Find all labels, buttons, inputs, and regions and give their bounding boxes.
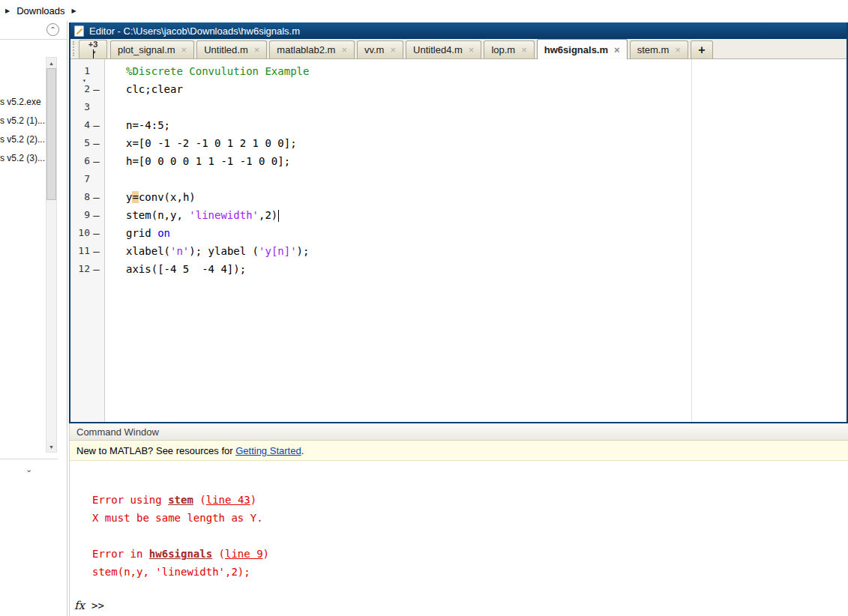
breakpoint-dash[interactable]: – [90,152,103,170]
text-segment: 'y[n]' [259,245,297,257]
tab-close-icon[interactable]: × [675,45,681,55]
text-segment: stem(n,y, [126,209,189,221]
matlab-desktop: ▶ Downloads ▶ ⌃ s v5.2.exes v5.2 (1)....… [0,0,848,616]
tab-close-icon[interactable]: × [254,45,260,55]
prompt-chevrons: >> [91,600,104,612]
tab-strip: plot_signal.m×Untitled.m×matlablab2.m×vv… [110,39,691,58]
line-number: 9 [70,206,90,224]
file-list-item[interactable]: s v5.2 (2).... [0,130,46,149]
line-number: 5 [70,134,90,152]
command-output[interactable]: Error using stem (line 43)X must be same… [70,461,848,581]
breadcrumb: ▶ Downloads ▶ [0,0,848,21]
editor-tab-plot-signal-m[interactable]: plot_signal.m× [110,40,194,58]
text-segment: 'linewidth' [189,209,259,221]
code-text[interactable]: y=conv(x,h) [103,188,196,206]
editor-tab-untitled-m[interactable]: Untitled.m× [196,40,267,58]
command-prompt[interactable]: fx >> [74,599,104,612]
command-window-panel: Command Window New to MATLAB? See resour… [69,423,848,616]
breakpoint-dash[interactable]: – [90,224,103,242]
breakpoint-dash[interactable]: – [90,188,103,206]
error-line-link[interactable]: line 43 [206,494,250,506]
editor-titlebar[interactable]: Editor - C:\Users\jacob\Downloads\hw6sig… [70,22,847,39]
tab-close-icon[interactable]: × [341,45,347,55]
code-text[interactable]: x=[0 -1 -2 -1 0 1 2 1 0 0]; [103,134,297,152]
text-cursor [278,210,279,222]
code-line: 4–n=-4:5; [70,116,847,134]
getting-started-banner: New to MATLAB? See resources for Getting… [70,441,848,461]
code-editor[interactable]: 1▾%Discrete Convulution Example2–clc;cle… [70,59,847,422]
editor-tab-lop-m[interactable]: lop.m× [484,40,534,58]
getting-started-link[interactable]: Getting Started [235,445,301,456]
toolstrip-collapse-button[interactable]: ⌃ [46,23,59,36]
editor-tab-vv-m[interactable]: vv.m× [357,40,403,58]
text-segment: conv(x,h) [139,191,196,203]
scroll-down-icon[interactable]: ▼ [46,441,56,452]
sidebar-scrollbar[interactable]: ▲ ▼ [46,57,57,453]
breakpoint-dash[interactable]: – [90,80,103,98]
error-line-link[interactable]: line 9 [225,548,263,560]
tab-close-icon[interactable]: × [521,45,527,55]
breakpoint-dash[interactable]: – [90,134,103,152]
line-number: 6 [70,152,90,170]
breadcrumb-folder-downloads[interactable]: Downloads [16,5,64,16]
text-segment: clc;clear [126,83,183,95]
new-file-tab-button[interactable]: + [691,40,713,58]
fx-function-hint-icon[interactable]: fx [74,599,85,612]
code-text[interactable] [103,98,126,116]
breakpoint-dash[interactable]: – [90,206,103,224]
fold-caret-icon[interactable]: ▾ [82,72,86,90]
tab-close-icon[interactable]: × [614,45,620,55]
hidden-tabs-button[interactable]: +3 ▾ [79,40,107,58]
text-segment: ); [297,245,310,257]
breadcrumb-arrow-icon[interactable]: ▶ [5,7,10,14]
editor-tab-hw6signals-m[interactable]: hw6signals.m× [537,39,628,59]
panel-collapse-button[interactable]: ⌄ [0,459,58,480]
breadcrumb-arrow-icon[interactable]: ▶ [71,7,76,14]
text-segment: Error using [92,494,168,506]
text-segment: ( [193,494,206,506]
code-text[interactable]: %Discrete Convulution Example [103,62,309,80]
code-line: 3 [70,98,847,116]
code-text[interactable]: n=-4:5; [103,116,170,134]
output-line: stem(n,y, 'linewidth',2); [92,563,848,581]
breakpoint-dash[interactable]: – [90,260,103,278]
command-window-titlebar[interactable]: Command Window [70,423,848,441]
code-text[interactable]: xlabel('n'); ylabel ('y[n]'); [103,242,309,260]
file-list-item[interactable]: s v5.2 (1).... [0,112,46,130]
code-line: 8–y=conv(x,h) [70,188,847,206]
editor-tab-stem-m[interactable]: stem.m× [630,40,688,58]
tabbar-grip-icon [73,41,76,56]
code-text[interactable]: axis([-4 5 -4 4]); [103,260,246,278]
code-text[interactable]: clc;clear [103,80,183,98]
file-list-item[interactable]: s v5.2.exe [0,93,46,112]
banner-text: New to MATLAB? See resources for [76,445,235,456]
code-text[interactable]: grid on [103,224,170,242]
text-segment: grid [126,227,157,239]
text-segment: h=[0 0 0 0 1 1 -1 -1 0 0]; [126,155,290,167]
scroll-up-icon[interactable]: ▲ [46,58,56,68]
error-link[interactable]: stem [168,494,193,506]
text-segment: Error in [92,548,149,560]
tab-close-icon[interactable]: × [390,45,396,55]
tab-close-icon[interactable]: × [469,45,475,55]
text-segment: n=-4:5; [126,119,170,131]
tab-close-icon[interactable]: × [181,45,187,55]
line-number: 12 [70,260,90,278]
banner-text-suffix: . [301,445,304,456]
line-number: 10 [70,224,90,242]
breakpoint-dash[interactable]: – [90,242,103,260]
editor-panel: Editor - C:\Users\jacob\Downloads\hw6sig… [69,22,848,423]
breakpoint-dash[interactable]: – [90,116,103,134]
scrollbar-thumb[interactable] [46,68,56,200]
text-segment: = [132,191,138,203]
text-segment: stem(n,y, 'linewidth',2); [92,566,250,578]
editor-tab-untitled4-m[interactable]: Untitled4.m× [406,40,481,58]
breakpoint-dash [90,98,103,116]
code-text[interactable]: stem(n,y, 'linewidth',2) [103,206,279,224]
code-text[interactable] [103,170,126,188]
editor-document-icon [74,25,84,37]
code-text[interactable]: h=[0 0 0 0 1 1 -1 -1 0 0]; [103,152,290,170]
file-list-item[interactable]: s v5.2 (3).... [0,149,46,168]
editor-tab-matlablab2-m[interactable]: matlablab2.m× [269,40,355,58]
error-link[interactable]: hw6signals [149,548,212,560]
